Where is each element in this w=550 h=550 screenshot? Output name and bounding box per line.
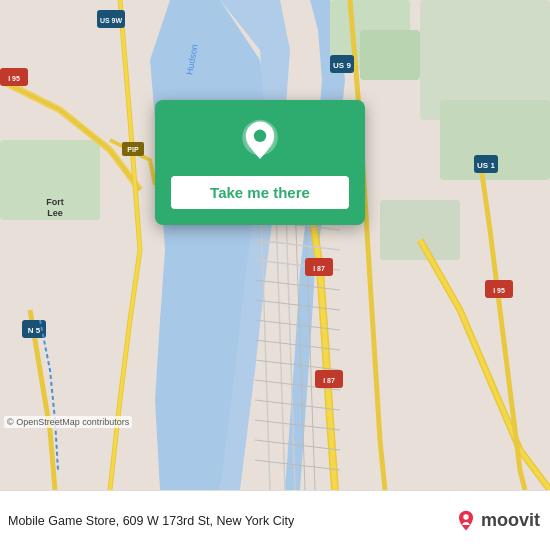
svg-text:US 1: US 1 — [477, 161, 495, 170]
svg-text:PIP: PIP — [127, 146, 139, 153]
svg-rect-5 — [360, 30, 420, 80]
svg-text:I 87: I 87 — [313, 265, 325, 272]
location-text: Mobile Game Store, 609 W 173rd St, New Y… — [8, 514, 455, 528]
svg-text:I 95: I 95 — [8, 75, 20, 82]
location-pin-icon — [236, 118, 284, 166]
map-container: US 9W US 9 I 95 I 87 I 87 US 1 I 95 N 5 … — [0, 0, 550, 490]
svg-text:N 5: N 5 — [28, 326, 41, 335]
moovit-pin-icon — [455, 510, 477, 532]
location-card: Take me there — [155, 100, 365, 225]
moovit-logo-text: moovit — [481, 510, 540, 531]
svg-rect-9 — [380, 200, 460, 260]
moovit-logo: moovit — [455, 510, 540, 532]
bottom-bar: Mobile Game Store, 609 W 173rd St, New Y… — [0, 490, 550, 550]
svg-text:I 87: I 87 — [323, 377, 335, 384]
svg-point-52 — [254, 130, 266, 142]
svg-text:Fort: Fort — [46, 197, 64, 207]
svg-text:I 95: I 95 — [493, 287, 505, 294]
svg-text:US 9W: US 9W — [100, 17, 123, 24]
svg-point-53 — [463, 514, 469, 520]
svg-text:US 9: US 9 — [333, 61, 351, 70]
osm-attribution: © OpenStreetMap contributors — [4, 416, 132, 428]
svg-text:Lee: Lee — [47, 208, 63, 218]
take-me-there-button[interactable]: Take me there — [171, 176, 349, 209]
